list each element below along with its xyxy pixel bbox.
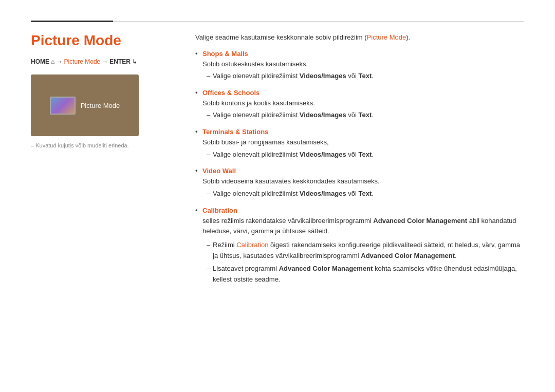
preview-screen bbox=[50, 97, 76, 115]
preview-box: Picture Mode bbox=[31, 74, 139, 136]
section-videowall: Video Wall Sobib videoseina kasutavates … bbox=[195, 167, 524, 199]
breadcrumb: HOME ⌂ → Picture Mode → ENTER ↳ bbox=[31, 58, 175, 65]
calibration-sub-2: Lisateavet programmi Advanced Color Mana… bbox=[202, 264, 524, 285]
sub-list-shops: Valige olenevalt pildirežiimist Videos/I… bbox=[202, 71, 524, 82]
section-heading-terminals: Terminals & Stations bbox=[202, 128, 524, 136]
calibration-sub-list: Režiimi Calibration õigesti rakendamisek… bbox=[202, 240, 524, 285]
sub-list-offices: Valige olenevalt pildirežiimist Videos/I… bbox=[202, 110, 524, 121]
calibration-desc: selles režiimis rakendatakse värvikalibr… bbox=[202, 216, 524, 237]
intro-link: Picture Mode bbox=[367, 33, 406, 41]
right-panel: Valige seadme kasutamise keskkonnale sob… bbox=[195, 32, 524, 292]
sub-item-terminals-1: Valige olenevalt pildirežiimist Videos/I… bbox=[202, 150, 524, 160]
section-list: Shops & Malls Sobib ostukeskustes kasuta… bbox=[195, 50, 524, 285]
breadcrumb-arrow2: → bbox=[102, 58, 108, 65]
section-desc-offices: Sobib kontoris ja koolis kasutamiseks. bbox=[202, 98, 524, 108]
breadcrumb-current: Picture Mode bbox=[64, 58, 101, 65]
intro-text: Valige seadme kasutamise keskkonnale sob… bbox=[195, 32, 524, 43]
top-divider bbox=[31, 21, 524, 22]
sub-item-shops-1: Valige olenevalt pildirežiimist Videos/I… bbox=[202, 71, 524, 82]
page-title: Picture Mode bbox=[31, 32, 175, 49]
divider-dark bbox=[31, 21, 113, 22]
preview-label: Picture Mode bbox=[81, 102, 120, 109]
section-calibration: Calibration selles režiimis rakendatakse… bbox=[195, 207, 524, 285]
calibration-sub-1: Režiimi Calibration õigesti rakendamisek… bbox=[202, 240, 524, 262]
section-heading-calibration: Calibration bbox=[202, 207, 524, 214]
intro-before: Valige seadme kasutamise keskkonnale sob… bbox=[195, 33, 367, 41]
section-heading-shops: Shops & Malls bbox=[202, 50, 524, 58]
section-desc-videowall: Sobib videoseina kasutavates keskkondade… bbox=[202, 176, 524, 186]
breadcrumb-enter: ENTER ↳ bbox=[109, 58, 137, 65]
section-shops: Shops & Malls Sobib ostukeskustes kasuta… bbox=[195, 50, 524, 82]
model-note: – Kuvatud kujutis võib mudeliti erineda. bbox=[31, 142, 175, 148]
section-heading-offices: Offices & Schools bbox=[202, 89, 524, 97]
sub-item-offices-1: Valige olenevalt pildirežiimist Videos/I… bbox=[202, 110, 524, 121]
breadcrumb-arrow1: → bbox=[57, 58, 63, 65]
page-container: Picture Mode HOME ⌂ → Picture Mode → ENT… bbox=[0, 0, 555, 312]
left-panel: Picture Mode HOME ⌂ → Picture Mode → ENT… bbox=[31, 32, 175, 292]
section-desc-shops: Sobib ostukeskustes kasutamiseks. bbox=[202, 59, 524, 69]
section-heading-videowall: Video Wall bbox=[202, 167, 524, 175]
intro-after: ). bbox=[406, 33, 410, 41]
section-terminals: Terminals & Stations Sobib bussi- ja ron… bbox=[195, 128, 524, 160]
divider-light bbox=[113, 21, 524, 22]
sub-list-videowall: Valige olenevalt pildirežiimist Videos/I… bbox=[202, 189, 524, 199]
section-desc-terminals: Sobib bussi- ja rongijaamas kasutamiseks… bbox=[202, 137, 524, 147]
sub-list-terminals: Valige olenevalt pildirežiimist Videos/I… bbox=[202, 150, 524, 160]
sub-item-videowall-1: Valige olenevalt pildirežiimist Videos/I… bbox=[202, 189, 524, 199]
main-content: Picture Mode HOME ⌂ → Picture Mode → ENT… bbox=[31, 32, 524, 292]
breadcrumb-home: HOME ⌂ bbox=[31, 58, 55, 65]
section-offices: Offices & Schools Sobib kontoris ja kool… bbox=[195, 89, 524, 121]
